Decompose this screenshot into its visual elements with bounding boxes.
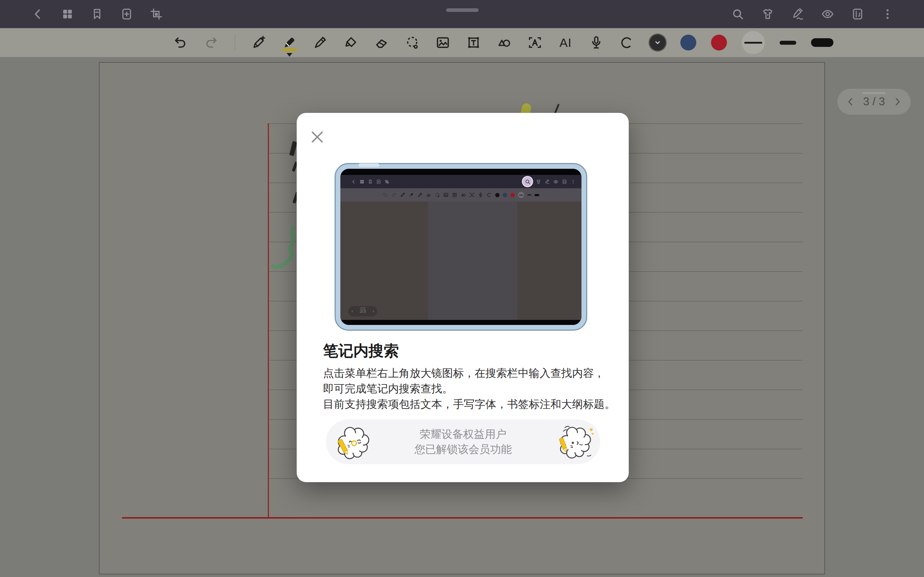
window-drag-handle[interactable] [446, 8, 478, 12]
highlighted-search-icon [523, 177, 532, 187]
microphone-tool[interactable] [588, 33, 604, 52]
editing-toolbar: AI [0, 28, 924, 58]
mini-stroke-thick [535, 194, 539, 196]
app-screen: AI 3 / 3 [0, 0, 924, 577]
page-indicator-handle [862, 92, 885, 94]
page-layout-icon[interactable] [851, 7, 864, 21]
mini-swatch-black [495, 193, 499, 197]
mini-indicator-handle [360, 308, 366, 308]
member-benefit-banner: 荣耀设备权益用户 您已解锁该会员功能 [326, 419, 600, 464]
undo-button[interactable] [173, 33, 188, 52]
mini-canvas-right [517, 201, 582, 320]
pencil-tool-selected[interactable] [281, 33, 297, 52]
mini-page-indicator: ‹ 2/3 › [348, 306, 377, 316]
redo-button[interactable] [203, 33, 219, 52]
color-picker-expand[interactable] [650, 35, 666, 50]
top-navigation-bar [0, 0, 924, 28]
color-swatch-red[interactable] [711, 35, 727, 50]
feature-tutorial-dialog: ‹ 2/3 › 笔记内搜索 点击菜单栏右上角放大镜图标，在搜索栏中输入查找内容，… [297, 113, 629, 482]
mini-toolbar [340, 188, 582, 201]
mini-swatch-red [510, 193, 515, 197]
shapes-tool[interactable] [496, 33, 512, 52]
ai-label: AI [559, 36, 572, 50]
mini-bezel [340, 320, 582, 325]
mini-prev-chevron: ‹ [352, 309, 353, 314]
mini-swatch-blue [503, 193, 507, 197]
page-indicator: 3 / 3 [837, 89, 911, 115]
stylus-pen-tool[interactable] [251, 33, 267, 52]
next-page-button[interactable] [892, 96, 903, 107]
stroke-width-thick[interactable] [811, 38, 834, 47]
ballpoint-pen-tool[interactable] [312, 33, 328, 52]
color-swatch-blue[interactable] [680, 35, 696, 50]
mini-canvas-page [428, 201, 517, 320]
highlighter-tool[interactable] [343, 33, 359, 52]
preview-eye-icon[interactable] [821, 7, 835, 21]
thin-line-glyph [744, 42, 762, 44]
mini-page-label: 2/3 [360, 309, 366, 314]
banner-line-1: 荣耀设备权益用户 [420, 427, 506, 442]
mini-topbar-right-icons [523, 177, 582, 187]
mini-topbar-left-icons [340, 179, 389, 184]
toolbar-divider [234, 35, 235, 50]
crop-icon[interactable] [149, 7, 163, 21]
dialog-title: 笔记内搜索 [323, 341, 399, 361]
ocr-recognize-tool[interactable] [527, 33, 543, 52]
banner-line-2: 您已解锁该会员功能 [414, 442, 512, 457]
red-margin-line [268, 123, 269, 518]
eraser-tool[interactable] [373, 33, 389, 52]
stroke-width-thin-selected[interactable] [742, 31, 765, 54]
description-line: 目前支持搜索项包括文本，手写字体，书签标注和大纲标题。 [323, 396, 615, 412]
lasso-select-tool[interactable] [404, 33, 420, 52]
back-button[interactable] [31, 7, 45, 21]
notes-grid-icon[interactable] [61, 7, 74, 21]
description-line: 点击菜单栏右上角放大镜图标，在搜索栏中输入查找内容， [323, 365, 615, 381]
search-icon[interactable] [731, 7, 745, 21]
mini-screen: ‹ 2/3 › [340, 169, 582, 325]
mini-canvas: ‹ 2/3 › [340, 201, 582, 320]
more-menu-icon[interactable] [881, 7, 894, 21]
page-indicator-label: 3 / 3 [863, 95, 885, 108]
topbar-left-group [0, 7, 163, 21]
ai-assistant-tool[interactable]: AI [558, 33, 573, 52]
mini-canvas-left [340, 201, 428, 320]
mini-bezel [340, 169, 582, 175]
mini-next-chevron: › [373, 309, 374, 314]
dialog-description: 点击菜单栏右上角放大镜图标，在搜索栏中输入查找内容， 即可完成笔记内搜索查找。 … [323, 365, 615, 412]
cloud-mascot-right [552, 421, 595, 461]
text-box-tool[interactable] [465, 33, 481, 52]
add-page-icon[interactable] [120, 7, 134, 21]
handwriting-icon[interactable] [791, 7, 804, 21]
previous-page-button[interactable] [845, 96, 856, 107]
tablet-camera-tab [359, 163, 380, 167]
pencil-options-caret [287, 53, 292, 56]
mini-stroke-thin [518, 192, 524, 198]
bookmark-icon[interactable] [90, 7, 104, 21]
mini-topbar [340, 175, 582, 188]
red-baseline [122, 517, 803, 519]
theme-shirt-icon[interactable] [761, 7, 775, 21]
topbar-right-group [731, 7, 924, 21]
stroke-width-medium[interactable] [780, 41, 796, 45]
insert-image-tool[interactable] [435, 33, 451, 52]
close-dialog-button[interactable] [307, 127, 327, 147]
tutorial-screenshot: ‹ 2/3 › [334, 163, 587, 331]
pencil-active-underline [282, 48, 297, 51]
mini-stroke-medium [527, 194, 531, 195]
description-line: 即可完成笔记内搜索查找。 [323, 381, 615, 396]
pointer-ring-tool[interactable] [619, 33, 635, 52]
